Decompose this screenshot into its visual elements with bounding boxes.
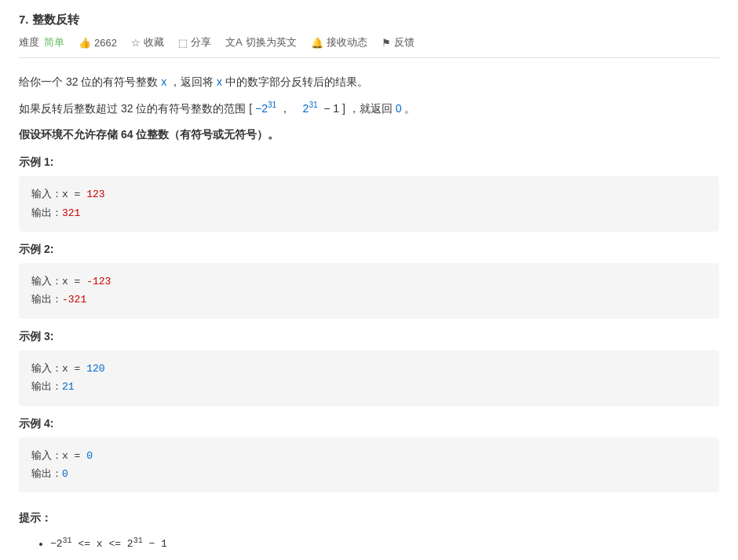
share-label: 分享 [191, 35, 211, 49]
difficulty-label: 难度 [19, 35, 39, 49]
page-title: 7. 整数反转 [19, 13, 719, 27]
example-4-input: 输入：x = 0 [31, 447, 707, 465]
share-button[interactable]: ⬚ 分享 [178, 35, 211, 49]
example-3-output: 输出：21 [31, 378, 707, 396]
switch-lang-button[interactable]: 文A 切换为英文 [225, 35, 297, 49]
like-count: 2662 [94, 37, 117, 49]
example-1-block: 输入：x = 123 输出：321 [19, 176, 719, 232]
switch-lang-label: 切换为英文 [246, 35, 297, 49]
difficulty-value[interactable]: 简单 [44, 35, 64, 49]
feedback-icon: ⚑ [382, 37, 391, 49]
var-x: x [161, 75, 166, 88]
example-3-block: 输入：x = 120 输出：21 [19, 350, 719, 406]
description-line3: 假设环境不允许存储 64 位整数（有符号或无符号）。 [19, 125, 719, 145]
hints-title: 提示： [19, 511, 719, 525]
example-3-title: 示例 3: [19, 330, 719, 344]
example-2-input: 输入：x = -123 [31, 273, 707, 291]
hint-item-1: −231 <= x <= 231 − 1 [50, 533, 719, 553]
description-line1: 给你一个 32 位的有符号整数 x ，返回将 x 中的数字部分反转后的结果。 [19, 72, 719, 92]
like-button[interactable]: 👍 2662 [79, 37, 117, 49]
collect-button[interactable]: ☆ 收藏 [131, 35, 164, 49]
example-2-output: 输出：-321 [31, 291, 707, 309]
var-x2: x [217, 75, 222, 88]
example-4-output: 输出：0 [31, 465, 707, 483]
example-4-block: 输入：x = 0 输出：0 [19, 437, 719, 493]
hints-section: 提示： −231 <= x <= 231 − 1 [19, 511, 719, 553]
example-1-output: 输出：321 [31, 204, 707, 222]
bell-icon: 🔔 [311, 37, 323, 49]
example-2-block: 输入：x = -123 输出：-321 [19, 263, 719, 319]
example-4-title: 示例 4: [19, 417, 719, 431]
feedback-button[interactable]: ⚑ 反馈 [382, 35, 415, 49]
share-icon: ⬚ [178, 37, 188, 49]
example-3-input: 输入：x = 120 [31, 360, 707, 378]
feedback-label: 反馈 [394, 35, 415, 49]
like-icon: 👍 [79, 37, 91, 49]
collect-label: 收藏 [144, 35, 164, 49]
star-icon: ☆ [131, 37, 141, 49]
problem-description: 给你一个 32 位的有符号整数 x ，返回将 x 中的数字部分反转后的结果。 如… [19, 72, 719, 145]
subscribe-button[interactable]: 🔔 接收动态 [311, 35, 367, 49]
toolbar: 难度 简单 👍 2662 ☆ 收藏 ⬚ 分享 文A 切换为英文 🔔 接收动态 ⚑… [19, 35, 719, 58]
subscribe-label: 接收动态 [327, 35, 367, 49]
switch-lang-icon: 文A [225, 35, 243, 49]
example-1-title: 示例 1: [19, 156, 719, 170]
example-2-title: 示例 2: [19, 243, 719, 257]
difficulty-section: 难度 简单 [19, 35, 64, 49]
example-1-input: 输入：x = 123 [31, 185, 707, 203]
description-line2: 如果反转后整数超过 32 位的有符号整数的范围 [ −231 ， 231 − 1… [19, 98, 719, 119]
